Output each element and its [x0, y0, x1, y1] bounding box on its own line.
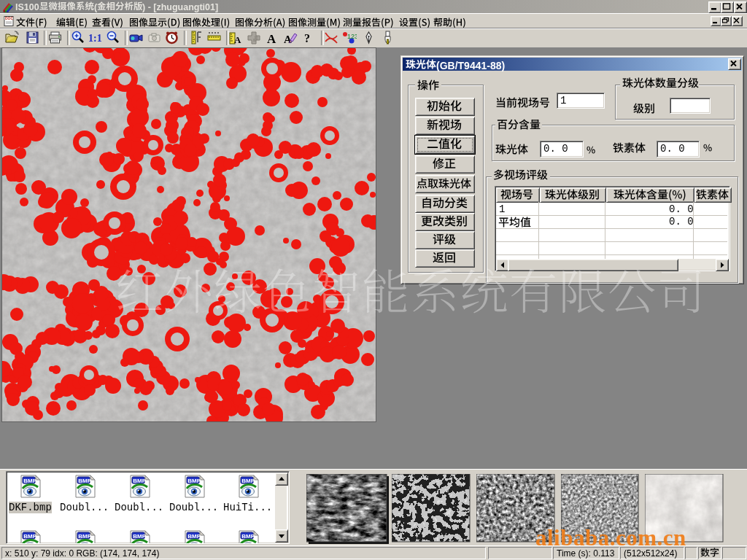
svg-text:123: 123	[347, 33, 357, 40]
svg-text:A: A	[267, 32, 276, 46]
svg-text:BMP: BMP	[133, 533, 146, 540]
svg-text:BMP: BMP	[133, 478, 146, 484]
svg-text:BMP: BMP	[78, 533, 91, 540]
svg-text:BMP: BMP	[78, 478, 91, 484]
svg-text:BMP: BMP	[241, 478, 255, 484]
svg-text:A: A	[234, 34, 241, 45]
svg-text:BMP: BMP	[187, 533, 201, 540]
svg-text:DOC: DOC	[5, 16, 14, 20]
svg-text:BMP: BMP	[23, 533, 36, 540]
svg-text:?: ?	[304, 32, 310, 44]
svg-text:1:1: 1:1	[88, 33, 102, 44]
svg-text:BMP: BMP	[187, 478, 201, 484]
svg-text:BMP: BMP	[241, 533, 255, 540]
svg-text:BMP: BMP	[23, 478, 36, 484]
